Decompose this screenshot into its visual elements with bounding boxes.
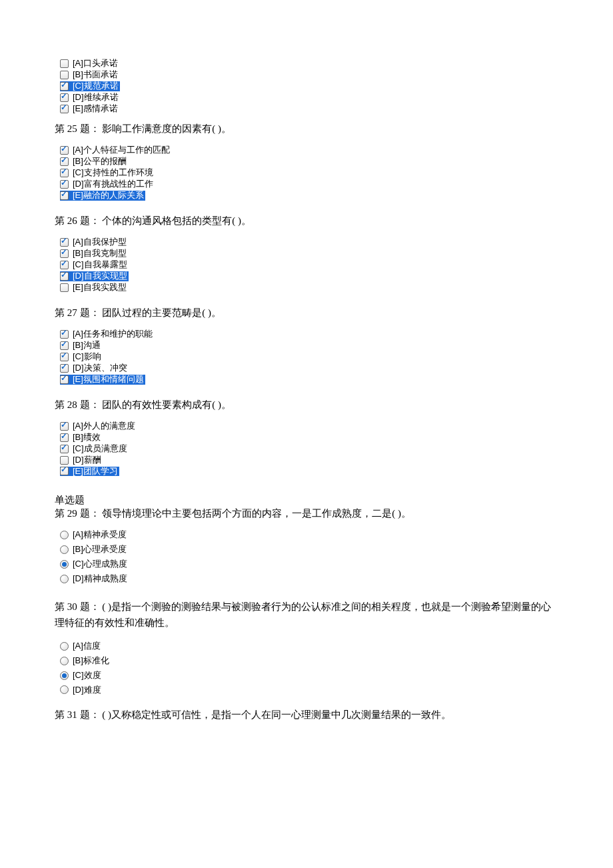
option-label: [A]任务和维护的职能 xyxy=(71,329,153,339)
option-label: [D]难度 xyxy=(71,685,101,695)
q27-option-b[interactable]: [B]沟通 xyxy=(60,341,102,351)
radio-checked-icon xyxy=(60,671,69,680)
checkbox-checked-icon xyxy=(60,364,69,373)
option-label: [E]感情承诺 xyxy=(71,104,118,114)
q25-option-c[interactable]: [C]支持性的工作环境 xyxy=(60,168,155,178)
option-label: [C]影响 xyxy=(71,352,101,362)
radio-checked-icon xyxy=(60,560,69,569)
radio-icon xyxy=(60,642,69,651)
option-label: [D]富有挑战性的工作 xyxy=(71,179,153,189)
q27-option-d[interactable]: [D]决策、冲突 xyxy=(60,363,129,373)
option-label: [E]氛围和情绪问题 xyxy=(71,375,144,385)
q25-option-b[interactable]: [B]公平的报酬 xyxy=(60,157,128,167)
q28-options: [A]外人的满意度 [B]绩效 [C]成员满意度 [D]薪酬 [E]团队学习 xyxy=(60,421,558,477)
q26-title: 第 26 题： 个体的沟通风格包括的类型有( )。 xyxy=(55,215,558,227)
q28-option-a[interactable]: [A]外人的满意度 xyxy=(60,421,137,431)
q26-option-c[interactable]: [C]自我暴露型 xyxy=(60,260,129,270)
q25-option-e[interactable]: [E]融洽的人际关系 xyxy=(60,191,145,201)
q27-option-a[interactable]: [A]任务和维护的职能 xyxy=(60,329,154,339)
option-label: [E]团队学习 xyxy=(71,467,118,477)
option-label: [D]薪酬 xyxy=(71,455,101,465)
q29-option-d[interactable]: [D]精神成熟度 xyxy=(60,574,129,584)
radio-icon xyxy=(60,545,69,554)
checkbox-icon xyxy=(60,283,69,292)
checkbox-checked-icon xyxy=(60,353,69,361)
q27-option-c[interactable]: [C]影响 xyxy=(60,352,103,362)
option-label: [B]标准化 xyxy=(71,656,109,666)
q30-option-a[interactable]: [A]信度 xyxy=(60,641,102,651)
checkbox-checked-icon xyxy=(60,93,69,102)
checkbox-checked-icon xyxy=(60,169,69,177)
option-label: [A]口头承诺 xyxy=(71,59,118,69)
option-label: [A]个人特征与工作的匹配 xyxy=(71,145,170,155)
q30-option-d[interactable]: [D]难度 xyxy=(60,685,103,695)
checkbox-icon xyxy=(60,456,69,465)
q24-options: [A]口头承诺 [B]书面承诺 [C]规范承诺 [D]维续承诺 [E]感情承诺 xyxy=(60,59,558,114)
option-label: [C]自我暴露型 xyxy=(71,260,127,270)
option-label: [C]支持性的工作环境 xyxy=(71,168,153,178)
q26-option-e[interactable]: [E]自我实践型 xyxy=(60,283,128,293)
q28-option-b[interactable]: [B]绩效 xyxy=(60,433,102,443)
q25-options: [A]个人特征与工作的匹配 [B]公平的报酬 [C]支持性的工作环境 [D]富有… xyxy=(60,145,558,201)
option-label: [D]决策、冲突 xyxy=(71,363,127,373)
q25-title: 第 25 题： 影响工作满意度的因素有( )。 xyxy=(55,123,558,135)
option-label: [B]心理承受度 xyxy=(71,545,127,555)
checkbox-icon xyxy=(60,59,69,68)
checkbox-checked-icon xyxy=(60,238,69,247)
option-label: [D]精神成熟度 xyxy=(71,574,127,584)
q24-option-d[interactable]: [D]维续承诺 xyxy=(60,93,120,103)
q27-options: [A]任务和维护的职能 [B]沟通 [C]影响 [D]决策、冲突 [E]氛围和情… xyxy=(60,329,558,385)
q31-title: 第 31 题： ( )又称稳定性或可信性，是指一个人在同一心理测量中几次测量结果… xyxy=(55,709,558,721)
q27-option-e[interactable]: [E]氛围和情绪问题 xyxy=(60,375,145,385)
checkbox-checked-icon xyxy=(60,445,69,453)
radio-icon xyxy=(60,575,69,583)
q26-option-b[interactable]: [B]自我克制型 xyxy=(60,249,128,259)
q29-option-a[interactable]: [A]精神承受度 xyxy=(60,530,128,540)
option-label: [C]规范承诺 xyxy=(71,81,119,91)
option-label: [A]精神承受度 xyxy=(71,530,127,540)
checkbox-checked-icon xyxy=(60,375,69,384)
q26-options: [A]自我保护型 [B]自我克制型 [C]自我暴露型 [D]自我实现型 [E]自… xyxy=(60,237,558,293)
q25-option-d[interactable]: [D]富有挑战性的工作 xyxy=(60,179,155,189)
q28-title: 第 28 题： 团队的有效性要素构成有( )。 xyxy=(55,399,558,411)
checkbox-checked-icon xyxy=(60,433,69,442)
option-label: [B]沟通 xyxy=(71,341,101,351)
q24-option-c[interactable]: [C]规范承诺 xyxy=(60,81,120,91)
q24-option-a[interactable]: [A]口头承诺 xyxy=(60,59,119,69)
checkbox-icon xyxy=(60,71,69,79)
option-label: [E]融洽的人际关系 xyxy=(71,191,144,201)
checkbox-checked-icon xyxy=(60,157,69,166)
option-label: [B]绩效 xyxy=(71,433,101,443)
checkbox-checked-icon xyxy=(60,249,69,258)
q26-option-d[interactable]: [D]自我实现型 xyxy=(60,271,129,281)
q30-option-c[interactable]: [C]效度 xyxy=(60,671,103,681)
checkbox-checked-icon xyxy=(60,82,69,91)
q25-option-a[interactable]: [A]个人特征与工作的匹配 xyxy=(60,145,171,155)
radio-icon xyxy=(60,657,69,665)
checkbox-checked-icon xyxy=(60,272,69,281)
q29-options: [A]精神承受度 [B]心理承受度 [C]心理成熟度 [D]精神成熟度 xyxy=(60,530,558,584)
q28-option-c[interactable]: [C]成员满意度 xyxy=(60,444,129,454)
option-label: [B]公平的报酬 xyxy=(71,157,127,167)
checkbox-checked-icon xyxy=(60,105,69,113)
option-label: [A]信度 xyxy=(71,641,101,651)
q26-option-a[interactable]: [A]自我保护型 xyxy=(60,237,128,247)
option-label: [A]自我保护型 xyxy=(71,237,127,247)
q29-option-c[interactable]: [C]心理成熟度 xyxy=(60,559,129,569)
checkbox-checked-icon xyxy=(60,341,69,350)
option-label: [B]书面承诺 xyxy=(71,70,118,80)
q30-option-b[interactable]: [B]标准化 xyxy=(60,656,111,666)
q29-option-b[interactable]: [B]心理承受度 xyxy=(60,545,128,555)
q24-option-e[interactable]: [E]感情承诺 xyxy=(60,104,119,114)
q29-title: 第 29 题： 领导情境理论中主要包括两个方面的内容，一是工作成熟度，二是( )… xyxy=(55,508,558,519)
option-label: [B]自我克制型 xyxy=(71,249,127,259)
q28-option-d[interactable]: [D]薪酬 xyxy=(60,455,103,465)
q24-option-b[interactable]: [B]书面承诺 xyxy=(60,70,119,80)
checkbox-checked-icon xyxy=(60,330,69,339)
checkbox-checked-icon xyxy=(60,422,69,431)
checkbox-checked-icon xyxy=(60,146,69,155)
checkbox-checked-icon xyxy=(60,467,69,475)
q30-options: [A]信度 [B]标准化 [C]效度 [D]难度 xyxy=(60,641,558,695)
q30-title: 第 30 题： ( )是指一个测验的测验结果与被测验者行为的公认标准之间的相关程… xyxy=(55,599,558,631)
q28-option-e[interactable]: [E]团队学习 xyxy=(60,467,119,477)
